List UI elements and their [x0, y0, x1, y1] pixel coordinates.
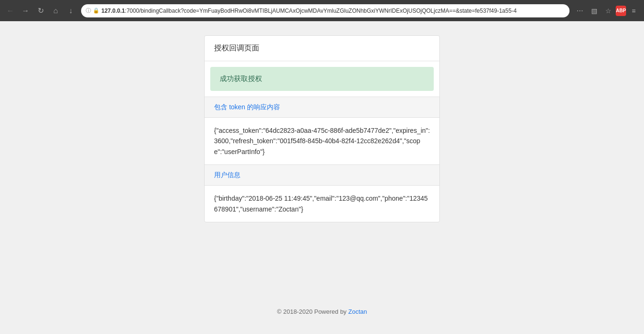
success-message: 成功获取授权 — [220, 74, 262, 82]
page-title: 授权回调页面 — [214, 44, 259, 52]
download-button[interactable]: ↓ — [64, 4, 77, 17]
footer: © 2018-2020 Powered by Zoctan — [268, 299, 377, 325]
token-section: 包含 token 的响应内容 {"access_token":"64dc2823… — [205, 97, 439, 164]
url-path: :7000/bindingCallback?code=YmFuayBodHRwO… — [125, 8, 517, 14]
back-button[interactable]: ← — [4, 4, 17, 17]
token-section-title: 包含 token 的响应内容 — [214, 103, 280, 111]
shield-button[interactable]: ▧ — [587, 4, 601, 17]
footer-link[interactable]: Zoctan — [348, 308, 367, 315]
reload-button[interactable]: ↻ — [34, 4, 47, 17]
abp-badge[interactable]: ABP — [616, 6, 626, 16]
user-content: {"birthday":"2018-06-25 11:49:45","email… — [214, 195, 428, 212]
page-content: 授权回调页面 成功获取授权 包含 token 的响应内容 {"access_to… — [0, 21, 644, 334]
menu-button[interactable]: ≡ — [627, 4, 640, 17]
info-icon: ⓘ — [86, 7, 91, 14]
address-bar[interactable]: ⓘ 🔒 127.0.0.1:7000/bindingCallback?code=… — [81, 4, 570, 17]
user-section-title: 用户信息 — [214, 171, 240, 179]
user-section-body: {"birthday":"2018-06-25 11:49:45","email… — [205, 186, 439, 222]
more-button[interactable]: ⋯ — [573, 4, 586, 17]
url-text: 127.0.0.1:7000/bindingCallback?code=YmFu… — [101, 8, 517, 14]
token-section-body: {"access_token":"64dc2823-a0aa-475c-886f… — [205, 118, 439, 164]
browser-toolbar: ← → ↻ ⌂ ↓ ⓘ 🔒 127.0.0.1:7000/bindingCall… — [0, 0, 644, 21]
star-button[interactable]: ☆ — [602, 4, 615, 17]
token-section-header: 包含 token 的响应内容 — [205, 97, 439, 118]
success-banner: 成功获取授权 — [210, 67, 434, 91]
browser-actions: ⋯ ▧ ☆ ABP ≡ — [573, 4, 640, 17]
card-header: 授权回调页面 — [205, 36, 439, 61]
footer-text: © 2018-2020 Powered by — [277, 308, 348, 315]
lock-icon: 🔒 — [93, 8, 99, 14]
url-host: 127.0.0.1 — [101, 8, 125, 14]
forward-button[interactable]: → — [19, 4, 32, 17]
main-card: 授权回调页面 成功获取授权 包含 token 的响应内容 {"access_to… — [204, 35, 440, 222]
user-section: 用户信息 {"birthday":"2018-06-25 11:49:45","… — [205, 164, 439, 222]
user-section-header: 用户信息 — [205, 164, 439, 186]
token-content: {"access_token":"64dc2823-a0aa-475c-886f… — [214, 127, 430, 155]
home-button[interactable]: ⌂ — [49, 4, 62, 17]
